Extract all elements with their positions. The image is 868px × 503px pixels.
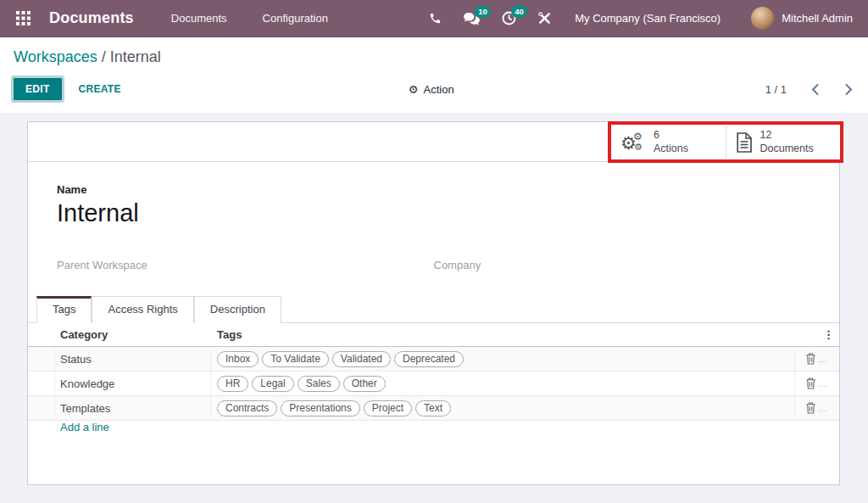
form-header: ⚙ ⚙ ⚙ 6 Actions bbox=[28, 122, 839, 162]
row-ellipsis: ... bbox=[818, 379, 827, 388]
activities-badge: 40 bbox=[511, 5, 528, 18]
gear-icon: ⚙ bbox=[409, 84, 419, 95]
app-title[interactable]: Documents bbox=[49, 9, 134, 27]
tag-pill[interactable]: Sales bbox=[298, 376, 340, 392]
actions-count: 6 bbox=[654, 129, 659, 143]
table-header-row: Category Tags ⋮ bbox=[28, 323, 839, 347]
file-text-icon bbox=[736, 132, 753, 153]
tag-pill[interactable]: Presentations bbox=[281, 400, 359, 416]
column-category[interactable]: Category bbox=[55, 323, 211, 346]
menu-configuration[interactable]: Configuration bbox=[263, 12, 328, 25]
workspace-name-value[interactable]: Internal bbox=[57, 199, 810, 227]
workspace-form-card: ⚙ ⚙ ⚙ 6 Actions bbox=[27, 121, 840, 485]
systray: 10 40 My Company (San Francisco) Mitchel… bbox=[429, 7, 853, 30]
breadcrumb-separator: / bbox=[97, 48, 110, 65]
category-cell[interactable]: Status bbox=[55, 347, 211, 371]
row-ellipsis: ... bbox=[818, 404, 827, 413]
table-row[interactable]: Status Inbox To Validate Validated Depre… bbox=[28, 347, 839, 372]
top-navbar: Documents Documents Configuration 10 40 … bbox=[0, 0, 868, 37]
breadcrumb-workspaces[interactable]: Workspaces bbox=[14, 48, 97, 65]
row-ellipsis: ... bbox=[818, 355, 827, 364]
gears-icon: ⚙ ⚙ ⚙ bbox=[620, 131, 646, 154]
trash-icon bbox=[805, 377, 816, 389]
notebook-tabs: Tags Access Rights Description bbox=[28, 296, 839, 323]
category-cell[interactable]: Knowledge bbox=[55, 372, 211, 395]
control-panel: Workspaces / Internal EDIT CREATE ⚙ Acti… bbox=[0, 37, 868, 113]
tags-table: Category Tags ⋮ Status Inbox To Validate… bbox=[28, 323, 839, 446]
parent-workspace-field-label[interactable]: Parent Workspace bbox=[57, 259, 434, 271]
add-line-row: Add a line bbox=[28, 421, 839, 446]
edit-button[interactable]: EDIT bbox=[14, 78, 62, 100]
content-area: ⚙ ⚙ ⚙ 6 Actions bbox=[0, 113, 868, 503]
delete-row-button[interactable] bbox=[805, 402, 816, 414]
messages-icon[interactable]: 10 bbox=[464, 12, 480, 25]
pager: 1 / 1 bbox=[765, 82, 854, 97]
action-menu[interactable]: ⚙ Action bbox=[409, 83, 454, 96]
breadcrumb: Workspaces / Internal bbox=[14, 48, 854, 66]
trash-icon bbox=[805, 353, 816, 365]
tag-pill[interactable]: Inbox bbox=[217, 351, 259, 367]
create-button[interactable]: CREATE bbox=[79, 83, 121, 95]
company-switcher[interactable]: My Company (San Francisco) bbox=[575, 12, 721, 25]
trash-icon bbox=[805, 402, 816, 414]
breadcrumb-current: Internal bbox=[110, 48, 161, 65]
company-field-label[interactable]: Company bbox=[434, 259, 811, 271]
tags-cell: Inbox To Validate Validated Deprecated bbox=[211, 347, 795, 371]
tag-pill[interactable]: HR bbox=[217, 376, 248, 392]
table-row[interactable]: Knowledge HR Legal Sales Other ... bbox=[28, 372, 839, 396]
tab-access-rights[interactable]: Access Rights bbox=[92, 296, 193, 323]
pager-previous-button[interactable] bbox=[810, 82, 821, 97]
column-tags[interactable]: Tags bbox=[211, 323, 795, 346]
delete-row-button[interactable] bbox=[805, 377, 816, 389]
documents-label: Documents bbox=[760, 143, 814, 156]
pager-value: 1 / 1 bbox=[765, 83, 787, 96]
documents-count: 12 bbox=[760, 129, 772, 143]
tab-description[interactable]: Description bbox=[194, 296, 281, 323]
tag-pill[interactable]: To Validate bbox=[262, 351, 328, 367]
grid-icon bbox=[16, 11, 31, 25]
tag-pill[interactable]: Validated bbox=[332, 351, 391, 367]
debug-tools-icon[interactable] bbox=[538, 12, 551, 25]
actions-label: Actions bbox=[654, 143, 688, 156]
add-a-line-link[interactable]: Add a line bbox=[60, 421, 109, 446]
tag-pill[interactable]: Deprecated bbox=[394, 351, 464, 367]
tag-pill[interactable]: Text bbox=[415, 400, 451, 416]
documents-stat-button[interactable]: 12 Documents bbox=[726, 125, 841, 159]
menu-documents[interactable]: Documents bbox=[171, 12, 227, 25]
tag-pill[interactable]: Project bbox=[364, 400, 412, 416]
annotation-highlight-box: ⚙ ⚙ ⚙ 6 Actions bbox=[608, 121, 843, 163]
user-avatar bbox=[751, 7, 774, 30]
chevron-left-icon bbox=[811, 84, 819, 95]
messages-badge: 10 bbox=[475, 6, 492, 19]
control-panel-buttons: EDIT CREATE ⚙ Action 1 / 1 bbox=[14, 77, 854, 101]
category-cell[interactable]: Templates bbox=[55, 396, 211, 420]
tag-pill[interactable]: Contracts bbox=[217, 400, 277, 416]
form-fields: Parent Workspace Company bbox=[57, 259, 810, 271]
apps-menu-icon[interactable] bbox=[10, 6, 36, 31]
tag-pill[interactable]: Legal bbox=[252, 376, 293, 392]
delete-row-button[interactable] bbox=[805, 353, 816, 365]
name-field-label: Name bbox=[57, 183, 810, 196]
form-body: Name Internal Parent Workspace Company T… bbox=[28, 162, 839, 446]
user-menu[interactable]: Mitchell Admin bbox=[751, 7, 853, 30]
action-menu-label: Action bbox=[424, 83, 454, 96]
chevron-right-icon bbox=[845, 84, 853, 95]
pager-next-button[interactable] bbox=[843, 82, 854, 97]
tag-pill[interactable]: Other bbox=[343, 376, 386, 392]
table-row[interactable]: Templates Contracts Presentations Projec… bbox=[28, 396, 839, 421]
tags-cell: HR Legal Sales Other bbox=[211, 372, 795, 395]
tags-cell: Contracts Presentations Project Text bbox=[211, 396, 795, 420]
odoo-documents-app: Documents Documents Configuration 10 40 … bbox=[0, 0, 868, 503]
actions-stat-button[interactable]: ⚙ ⚙ ⚙ 6 Actions bbox=[611, 125, 726, 159]
activities-clock-icon[interactable]: 40 bbox=[502, 11, 516, 25]
optional-columns-icon[interactable]: ⋮ bbox=[823, 329, 834, 340]
tab-tags[interactable]: Tags bbox=[36, 296, 92, 323]
user-name: Mitchell Admin bbox=[782, 12, 853, 25]
voip-phone-icon[interactable] bbox=[429, 12, 442, 25]
main-menu: Documents Configuration bbox=[171, 12, 328, 25]
